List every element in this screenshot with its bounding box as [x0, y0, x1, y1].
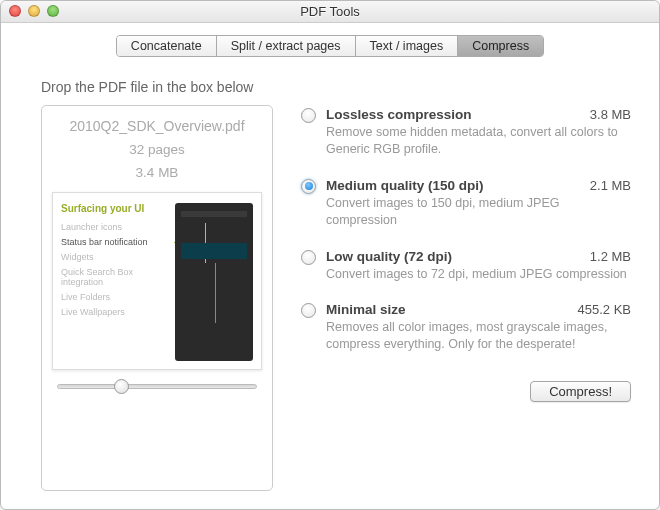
option-desc: Convert images to 150 dpi, medium JPEG c… — [326, 195, 631, 229]
tab-text-images[interactable]: Text / images — [356, 36, 459, 56]
option-low[interactable]: Low quality (72 dpi) 1.2 MB Convert imag… — [301, 249, 631, 283]
option-minimal[interactable]: Minimal size 455.2 KB Removes all color … — [301, 302, 631, 353]
tab-concatenate[interactable]: Concatenate — [117, 36, 217, 56]
traffic-lights — [9, 5, 59, 17]
titlebar: PDF Tools — [1, 1, 659, 23]
preview-text-column: Surfacing your UI Launcher icons Status … — [61, 203, 169, 361]
preview-item: Quick Search Box integration — [61, 267, 169, 287]
slider-knob-icon[interactable] — [114, 379, 129, 394]
close-icon[interactable] — [9, 5, 21, 17]
preview-device-icon — [175, 203, 253, 361]
option-title: Minimal size — [326, 302, 406, 317]
main-row: 2010Q2_SDK_Overview.pdf 32 pages 3.4 MB … — [41, 105, 631, 491]
preview-item: Status bar notification — [61, 237, 169, 247]
radio-icon[interactable] — [301, 250, 316, 265]
radio-icon[interactable] — [301, 303, 316, 318]
tab-bar: Concatenate Split / extract pages Text /… — [116, 35, 544, 57]
preview-item: Launcher icons — [61, 222, 169, 232]
preview-title: Surfacing your UI — [61, 203, 169, 214]
option-desc: Removes all color images, most grayscale… — [326, 319, 631, 353]
option-medium[interactable]: Medium quality (150 dpi) 2.1 MB Convert … — [301, 178, 631, 229]
content-area: Drop the PDF file in the box below 2010Q… — [1, 57, 659, 509]
zoom-icon[interactable] — [47, 5, 59, 17]
file-name: 2010Q2_SDK_Overview.pdf — [69, 118, 244, 134]
minimize-icon[interactable] — [28, 5, 40, 17]
preview-item: Widgets — [61, 252, 169, 262]
option-desc: Remove some hidden metadata, convert all… — [326, 124, 631, 158]
option-size: 3.8 MB — [590, 107, 631, 122]
tab-compress[interactable]: Compress — [458, 36, 543, 56]
page-preview: Surfacing your UI Launcher icons Status … — [52, 192, 262, 370]
radio-icon[interactable] — [301, 179, 316, 194]
file-size: 3.4 MB — [136, 165, 179, 180]
window-title: PDF Tools — [300, 4, 360, 19]
footer: Compress! — [301, 381, 631, 402]
option-title: Lossless compression — [326, 107, 472, 122]
radio-icon[interactable] — [301, 108, 316, 123]
option-desc: Convert images to 72 dpi, medium JPEG co… — [326, 266, 631, 283]
app-window: PDF Tools Concatenate Split / extract pa… — [0, 0, 660, 510]
option-lossless[interactable]: Lossless compression 3.8 MB Remove some … — [301, 107, 631, 158]
instruction-text: Drop the PDF file in the box below — [41, 79, 631, 95]
file-pages: 32 pages — [129, 142, 185, 157]
compress-button[interactable]: Compress! — [530, 381, 631, 402]
option-size: 2.1 MB — [590, 178, 631, 193]
options-list: Lossless compression 3.8 MB Remove some … — [301, 105, 631, 491]
tab-split-extract[interactable]: Split / extract pages — [217, 36, 356, 56]
dropzone[interactable]: 2010Q2_SDK_Overview.pdf 32 pages 3.4 MB … — [41, 105, 273, 491]
page-slider[interactable] — [57, 384, 257, 389]
option-title: Medium quality (150 dpi) — [326, 178, 484, 193]
option-size: 1.2 MB — [590, 249, 631, 264]
preview-item: Live Wallpapers — [61, 307, 169, 317]
option-size: 455.2 KB — [578, 302, 632, 317]
preview-item: Live Folders — [61, 292, 169, 302]
option-title: Low quality (72 dpi) — [326, 249, 452, 264]
